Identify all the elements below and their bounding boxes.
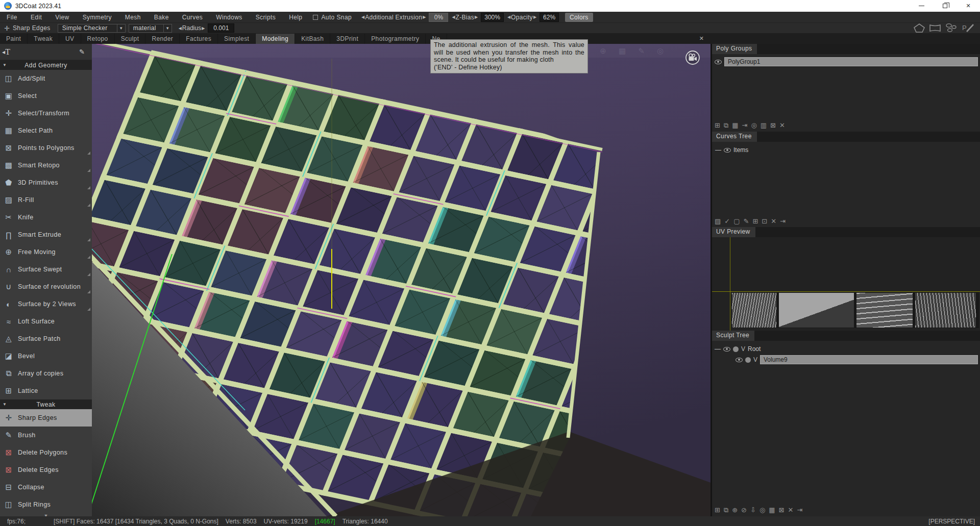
tab-modeling[interactable]: Modeling [256,34,295,44]
collapse-icon[interactable]: — [715,146,721,154]
sidebar-item-points-to-polygons[interactable]: ⊠Points to Polygons [0,139,92,157]
grid-icon[interactable]: ▦ [732,121,738,130]
section-header-add-geometry[interactable]: ▼Add Geometry [0,60,92,70]
eye-icon[interactable] [715,60,722,64]
polygroup-item[interactable]: PolyGroup1 [724,57,978,66]
auto-snap-checkbox[interactable]: Auto Snap [313,14,352,21]
tab-tweak[interactable]: Tweak [28,34,59,44]
spin-right-icon[interactable]: ▶ [533,15,537,19]
graph-icon[interactable]: ▨ [715,217,721,225]
duplicate-icon[interactable]: ⧉ [724,506,728,514]
spinner-value[interactable]: 62% [540,13,559,22]
volume-item[interactable]: Volume9 [760,355,978,364]
menu-windows[interactable]: Windows [209,14,249,21]
menu-edit[interactable]: Edit [24,14,48,21]
export-icon[interactable]: ⇥ [780,217,786,225]
menu-symmetry[interactable]: Symmetry [76,14,118,21]
sidebar-item-brush[interactable]: ✎Brush [0,427,92,444]
menu-help[interactable]: Help [282,14,309,21]
menu-bake[interactable]: Bake [148,14,176,21]
sidebar-item-select-transform[interactable]: ✛Select/Transform [0,105,92,122]
section-header-tweak[interactable]: ▼Tweak [0,399,92,409]
trash-icon[interactable]: ✕ [771,217,776,225]
sidebar-item-bevel[interactable]: ◪Bevel [0,347,92,365]
spinner-value[interactable]: 300% [481,13,504,22]
import-icon[interactable]: ⇩ [750,506,756,514]
spin-left-icon[interactable]: ◀ [361,15,365,19]
trash-icon[interactable]: ✕ [779,121,785,130]
sidebar-item-3d-primitives[interactable]: ⬟3D Primitives [0,174,92,191]
frame-icon[interactable] [929,23,941,33]
remove-file-icon[interactable]: ⊠ [779,506,785,514]
close-button[interactable]: ✕ [957,0,980,12]
sidebar-item-smart-extrude[interactable]: ∏Smart Extrude [0,226,92,243]
sidebar-item-sharp-edges[interactable]: ✛Sharp Edges [0,409,92,427]
menu-view[interactable]: View [48,14,76,21]
hide-icon[interactable]: ⊘ [741,506,747,514]
remove-file-icon[interactable]: ⊠ [770,121,776,130]
sphere-icon[interactable]: ⊕ [732,506,738,514]
spin-right-icon[interactable]: ▶ [422,15,426,19]
add-icon[interactable]: ⊞ [715,506,720,514]
sidebar-item-free-moving[interactable]: ⊕Free Moving [0,243,92,261]
shader-ball-icon[interactable] [745,357,751,363]
sidebar-item-select[interactable]: ▣Select [0,87,92,105]
curves-tree-tab[interactable]: Curves Tree [712,132,757,142]
sidebar-item-surface-swept[interactable]: ∩Surface Swept [0,261,92,278]
uv-preview-tab[interactable]: UV Preview [712,227,755,237]
sidebar-item-delete-edges[interactable]: ⊠Delete Edges [0,461,92,479]
add-file-icon[interactable]: ⊞ [752,217,758,225]
tab-3dprint[interactable]: 3DPrint [330,34,365,44]
add-icon[interactable]: ⊞ [715,121,720,130]
spin-left-icon[interactable]: ◀ [507,15,511,19]
trash-icon[interactable]: ✕ [788,506,793,514]
import-icon[interactable]: ⇥ [742,121,748,130]
grid-icon[interactable]: ▦ [769,506,775,514]
eye-icon[interactable] [723,347,730,352]
sculpt-root-label[interactable]: Root [748,345,761,353]
pencil-icon[interactable]: ✎ [79,48,85,56]
export-icon[interactable]: ⇥ [797,506,802,514]
sidebar-item-surface-patch[interactable]: ◬Surface Patch [0,330,92,347]
sculpt-tree-tab[interactable]: Sculpt Tree [712,331,754,341]
shader-ball-icon[interactable] [733,346,739,352]
sidebar-item-array-of-copies[interactable]: ⧉Array of copies [0,365,92,382]
rect-icon[interactable]: ▢ [733,217,740,225]
sidebar-item-knife[interactable]: ✂Knife [0,209,92,226]
tab-paint[interactable]: Paint [0,34,28,44]
camera-icon[interactable] [685,50,700,67]
material-dropdown[interactable]: material ▼ [129,24,172,33]
duplicate-icon[interactable]: ⧉ [724,121,728,130]
menu-file[interactable]: File [0,14,24,21]
sidebar-item-lattice[interactable]: ⊞Lattice [0,382,92,399]
tab-uv[interactable]: UV [59,34,81,44]
radius-value[interactable]: 0.001 [208,23,234,33]
edit-icon[interactable]: ✎ [744,217,749,225]
sidebar-item-surface-of-revolution[interactable]: ∪Surface of revolution [0,278,92,295]
colors-button[interactable]: Colors [565,13,593,22]
tab-simplest[interactable]: Simplest [218,34,256,44]
sync-icon[interactable]: ◎ [751,121,756,130]
sidebar-item-delete-polygons[interactable]: ⊠Delete Polygons [0,444,92,461]
table-icon[interactable]: ▥ [761,121,767,130]
eye-icon[interactable] [724,148,731,153]
collapse-icon[interactable]: — [715,345,721,353]
tab-render[interactable]: Render [145,34,180,44]
sidebar-item-add-split[interactable]: ◫Add/Split [0,70,92,87]
sidebar-item-collapse[interactable]: ⊟Collapse [0,479,92,496]
spin-right-icon[interactable]: ▶ [201,26,205,31]
menu-scripts[interactable]: Scripts [249,14,282,21]
sidebar-item-split-rings[interactable]: ◫Split Rings [0,496,92,513]
spin-left-icon[interactable]: ◀ [178,26,182,31]
save-icon[interactable]: ⊡ [762,217,767,225]
minimize-button[interactable] [910,0,933,12]
restore-button[interactable] [933,0,957,12]
close-icon[interactable]: ✕ [696,34,707,43]
poly-groups-tab[interactable]: Poly Groups [712,44,757,54]
sidebar-item-smart-retopo[interactable]: ▩Smart Retopo [0,157,92,174]
spin-right-icon[interactable]: ▶ [474,15,478,19]
tab-retopo[interactable]: Retopo [81,34,115,44]
paint-brush-icon[interactable]: P [962,23,975,33]
menu-mesh[interactable]: Mesh [118,14,148,21]
eye-icon[interactable] [736,358,743,362]
